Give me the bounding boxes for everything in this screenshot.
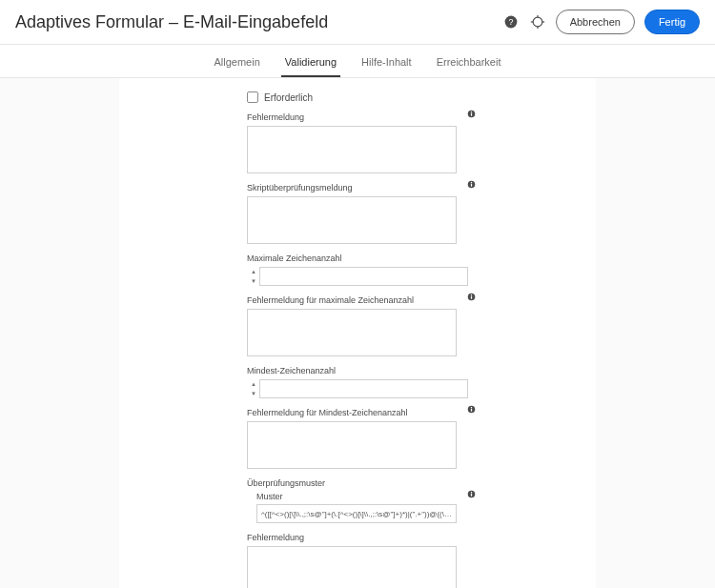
svg-rect-20 [471,494,472,497]
svg-rect-21 [471,492,472,493]
max-chars-row: Maximale Zeichenanzahl ▲ ▼ [247,253,468,286]
info-icon[interactable] [467,180,476,189]
min-chars-error-textarea[interactable] [247,421,457,469]
tab-bar: Allgemein Validierung Hilfe-Inhalt Errei… [0,45,715,78]
min-chars-input[interactable] [259,379,468,398]
max-chars-stepper: ▲ ▼ [247,267,260,286]
info-icon[interactable] [467,490,476,498]
info-icon[interactable] [467,110,476,118]
header-actions: ? Abbrechen Fertig [502,10,700,34]
svg-rect-18 [471,407,472,408]
min-chars-stepper: ▲ ▼ [247,379,260,398]
min-chars-field: ▲ ▼ [247,379,468,398]
max-chars-error-label: Fehlermeldung für maximale Zeichenanzahl [247,295,468,305]
svg-rect-14 [471,296,472,299]
dialog-header: Adaptives Formular – E-Mail-Eingabefeld … [0,0,715,45]
error-message-row: Fehlermeldung [247,112,468,173]
script-validation-label: Skriptüberprüfungsmeldung [247,183,468,193]
validation-panel: Erforderlich Fehlermeldung Skriptüberprü… [119,78,596,588]
required-row: Erforderlich [247,91,468,103]
max-chars-label: Maximale Zeichenanzahl [247,253,468,263]
help-circle-icon[interactable]: ? [502,13,520,30]
stepper-down-icon[interactable]: ▼ [247,389,260,398]
cancel-button[interactable]: Abbrechen [556,10,635,34]
svg-text:?: ? [508,17,513,27]
info-icon[interactable] [467,405,476,414]
form: Erforderlich Fehlermeldung Skriptüberprü… [247,91,468,588]
script-validation-row: Skriptüberprüfungsmeldung [247,183,468,244]
pattern-label: Muster [256,492,468,501]
svg-rect-15 [471,294,472,295]
dialog-title: Adaptives Formular – E-Mail-Eingabefeld [15,12,328,32]
stepper-up-icon[interactable]: ▲ [247,267,260,276]
max-chars-error-textarea[interactable] [247,309,457,356]
target-icon[interactable] [529,13,546,30]
svg-rect-9 [471,112,472,112]
max-chars-error-row: Fehlermeldung für maximale Zeichenanzahl [247,295,468,356]
svg-rect-11 [471,184,472,187]
pattern-error-textarea[interactable] [247,546,457,588]
pattern-input[interactable] [256,504,457,523]
pattern-error-label: Fehlermeldung [247,533,468,542]
error-message-label: Fehlermeldung [247,112,468,122]
svg-rect-8 [471,113,472,116]
tab-validation[interactable]: Validierung [281,49,340,77]
tab-accessibility[interactable]: Erreichbarkeit [433,49,505,77]
svg-rect-12 [471,182,472,183]
validation-pattern-label: Überprüfungsmuster [247,478,468,488]
max-chars-field: ▲ ▼ [247,267,468,286]
min-chars-error-label: Fehlermeldung für Mindest-Zeichenanzahl [247,408,468,417]
min-chars-row: Mindest-Zeichenanzahl ▲ ▼ [247,366,468,398]
svg-rect-17 [471,409,472,412]
tab-general[interactable]: Allgemein [211,49,264,77]
svg-point-2 [533,17,542,27]
pattern-error-row: Fehlermeldung [247,533,468,588]
stepper-down-icon[interactable]: ▼ [247,276,260,286]
stepper-up-icon[interactable]: ▲ [247,379,260,389]
min-chars-label: Mindest-Zeichenanzahl [247,366,468,375]
tab-help-content[interactable]: Hilfe-Inhalt [358,49,416,77]
required-checkbox[interactable] [247,91,258,103]
max-chars-input[interactable] [259,267,468,286]
min-chars-error-row: Fehlermeldung für Mindest-Zeichenanzahl [247,408,468,469]
validation-pattern-section: Überprüfungsmuster Muster [247,478,468,523]
error-message-textarea[interactable] [247,126,457,173]
info-icon[interactable] [467,293,476,301]
done-button[interactable]: Fertig [644,10,700,34]
required-label: Erforderlich [264,92,313,103]
script-validation-textarea[interactable] [247,196,457,244]
